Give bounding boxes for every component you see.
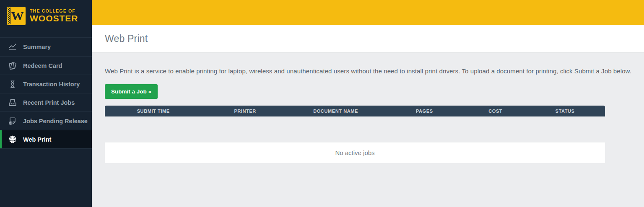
inbox-tray-icon <box>8 98 17 107</box>
cards-icon <box>8 61 17 70</box>
logo-wordmark: THE COLLEGE OF WOOSTER <box>30 8 78 23</box>
sidebar: W THE COLLEGE OF WOOSTER Summary Re <box>0 0 92 207</box>
page-header: Web Print <box>92 25 644 53</box>
jobs-table-body-gap <box>105 116 605 142</box>
submit-a-job-button[interactable]: Submit a Job » <box>105 84 158 99</box>
sidebar-item-transaction-history[interactable]: Transaction History <box>0 75 92 93</box>
college-logo: W THE COLLEGE OF WOOSTER <box>0 0 92 31</box>
sidebar-item-label: Summary <box>23 44 51 50</box>
sidebar-item-label: Recent Print Jobs <box>23 99 75 106</box>
sidebar-item-web-print[interactable]: Web Print <box>0 130 92 148</box>
column-header-printer: PRINTER <box>202 109 288 114</box>
wooster-w-logo-icon: W <box>7 7 26 25</box>
sidebar-item-label: Web Print <box>23 136 51 143</box>
empty-jobs-message: No active jobs <box>105 142 605 163</box>
logo-letter: W <box>11 10 24 22</box>
column-header-cost: COST <box>466 109 525 114</box>
chart-line-icon <box>8 42 17 52</box>
web-print-content: Web Print is a service to enable printin… <box>92 53 644 207</box>
main-area: Web Print Web Print is a service to enab… <box>92 0 644 207</box>
top-accent-bar <box>92 0 644 25</box>
web-print-description: Web Print is a service to enable printin… <box>105 67 644 75</box>
logo-line2: WOOSTER <box>30 13 78 23</box>
sidebar-nav: Summary Redeem Card Transaction History <box>0 37 92 149</box>
sidebar-item-label: Transaction History <box>23 81 80 88</box>
sidebar-item-recent-print-jobs[interactable]: Recent Print Jobs <box>0 93 92 111</box>
column-header-document-name: DOCUMENT NAME <box>288 109 383 114</box>
app-window: W THE COLLEGE OF WOOSTER Summary Re <box>0 0 644 207</box>
column-header-status: STATUS <box>525 109 605 114</box>
jobs-table-header: SUBMIT TIME PRINTER DOCUMENT NAME PAGES … <box>105 106 605 116</box>
sidebar-item-label: Redeem Card <box>23 62 62 69</box>
globe-printer-icon <box>8 135 17 144</box>
jobs-table: SUBMIT TIME PRINTER DOCUMENT NAME PAGES … <box>105 106 605 163</box>
document-clock-icon <box>8 116 17 126</box>
sidebar-item-redeem-card[interactable]: Redeem Card <box>0 56 92 75</box>
sidebar-item-label: Jobs Pending Release <box>23 118 88 124</box>
column-header-pages: PAGES <box>383 109 466 114</box>
hourglass-icon <box>8 80 17 89</box>
logo-line1: THE COLLEGE OF <box>30 8 78 13</box>
page-title: Web Print <box>105 33 148 44</box>
column-header-submit-time: SUBMIT TIME <box>105 109 202 114</box>
sidebar-item-jobs-pending-release[interactable]: Jobs Pending Release <box>0 111 92 130</box>
sidebar-item-summary[interactable]: Summary <box>0 38 92 56</box>
